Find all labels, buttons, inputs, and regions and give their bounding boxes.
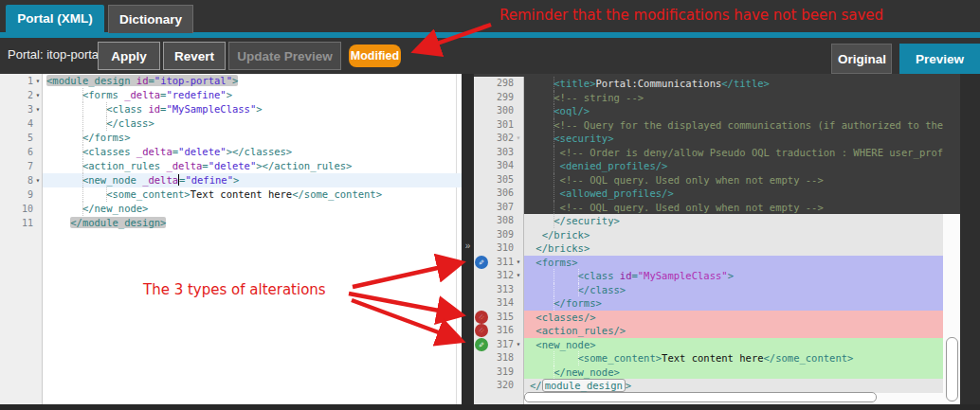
code-text: <classes/> [524,311,943,325]
gutter-cell: 313 [474,283,524,297]
diff-added-icon [475,338,488,351]
code-line: 318<some_content>Text content here</some… [474,351,943,365]
line-number: 6 [7,145,33,159]
gutter-cell: 318 [474,351,524,365]
gutter-cell: 315 [474,311,524,325]
code-text: </new_node> [43,202,462,216]
code-line: 1<module_design id="itop-portal"> [0,74,462,88]
code-line: 3<class id="MySampleClass"> [0,102,462,116]
code-line: 9<some_content>Text content here</some_c… [0,187,462,202]
code-line: 306<allowed_profiles/> [474,187,943,201]
gutter-cell: 320 [474,379,524,393]
code-line: 312<class id="MySampleClass"> [474,269,943,283]
gutter-cell: 305 [474,173,524,187]
code-line: 304<denied_profiles/> [474,159,943,173]
xml-editor-pane[interactable]: 1<module_design id="itop-portal">2<forms… [0,74,462,404]
code-line: 315<classes/> [474,311,943,325]
code-line: 309</brick> [474,228,943,242]
gutter-cell: 311 [474,256,524,270]
dark-zone-edge [943,74,960,214]
code-line: 303<!-- Order is deny/allow Pseudo OQL t… [474,146,943,160]
code-line: 311<forms> [474,256,943,270]
tab-dictionary[interactable]: Dictionary [108,5,193,33]
line-number: 9 [7,187,33,202]
fold-toggle-icon[interactable] [514,269,523,283]
window-bottom-edge [0,404,980,410]
code-text: <action_rules _delta="delete"></action_r… [43,159,462,173]
gutter-cell: 309 [474,228,524,242]
line-number: 10 [7,202,33,216]
code-line: 302<security> [474,132,943,146]
gutter-cell: 300 [474,104,524,118]
collapse-pane-icon[interactable] [462,241,474,251]
gutter-cell: 3 [0,102,43,116]
fold-toggle-icon[interactable] [514,256,523,270]
code-line: 316<action_rules/> [474,324,943,338]
line-number: 302 [491,132,514,146]
matching-tag-highlight: </module_design> [70,217,166,228]
code-line: 310</bricks> [474,241,943,256]
portal-name-label: Portal: itop-portal [8,47,101,62]
code-text: </class> [524,283,943,297]
fold-toggle-icon[interactable] [33,102,43,116]
code-text: <some_content>Text content here</some_co… [524,351,943,365]
pane-divider[interactable] [462,74,474,404]
gutter-cell: 10 [0,202,43,216]
line-number: 11 [7,216,33,230]
code-text: <classes _delta="delete"></classes> [43,145,462,159]
preview-view-button[interactable]: Preview [899,44,980,74]
diff-modified-icon [475,256,488,269]
code-text: <oql/> [524,104,943,118]
gutter-cell: 319 [474,365,524,380]
line-number: 301 [491,118,514,133]
code-line: 8<new_node _delta="define"> [0,173,462,187]
code-text: </forms> [43,131,462,145]
tab-portal-xml[interactable]: Portal (XML) [6,5,104,38]
gutter-cell: 8 [0,173,43,187]
code-text: <title>Portal:Communications</title> [524,77,943,91]
gutter-cell: 6 [0,145,43,159]
line-number: 320 [491,379,514,393]
revert-button[interactable]: Revert [163,42,226,70]
update-preview-button[interactable]: Update Preview [228,42,341,70]
gutter-cell: 5 [0,131,43,145]
gutter-cell: 307 [474,201,524,215]
vertical-scrollbar-thumb[interactable] [946,337,958,401]
line-number: 300 [491,104,514,118]
code-text: <some_content>Text content here</some_co… [43,187,462,202]
code-text: </brick> [524,228,943,242]
line-number: 318 [491,351,514,365]
fold-toggle-icon[interactable] [514,132,523,146]
code-text: <forms> [524,256,943,270]
code-line: 298<title>Portal:Communications</title> [474,77,943,91]
diff-deleted-icon [475,311,488,324]
code-line: 7<action_rules _delta="delete"></action_… [0,159,462,173]
apply-button[interactable]: Apply [98,42,160,70]
gutter-cell: 298 [474,77,524,91]
code-text: </forms> [524,296,943,311]
vertical-scrollbar-track[interactable] [943,74,960,404]
code-line: 320</module_design> [474,379,943,393]
code-text: </class> [43,116,462,131]
fold-toggle-icon[interactable] [33,173,43,187]
line-number: 317 [491,338,514,352]
gutter-cell: 2 [0,88,43,102]
gutter-cell: 11 [0,216,43,230]
gutter-cell: 304 [474,159,524,173]
gutter-cell: 310 [474,241,524,256]
horizontal-scrollbar-thumb[interactable] [524,392,877,402]
line-number: 306 [491,187,514,201]
original-view-button[interactable]: Original [831,44,892,74]
gutter-cell: 9 [0,187,43,202]
line-number: 304 [491,159,514,173]
fold-toggle-icon[interactable] [33,74,43,88]
fold-toggle-icon[interactable] [33,88,43,102]
code-line: 301<!-- Query for the displayed communic… [474,118,943,133]
code-line: 4</class> [0,116,462,131]
line-number: 3 [7,102,33,116]
fold-toggle-icon[interactable] [514,338,523,352]
preview-diff-pane[interactable]: 297<data_controller_action> (schemas\ito… [474,74,960,404]
line-number: 5 [7,131,33,145]
code-text: <action_rules/> [524,324,943,338]
code-text: <!-- string --> [524,91,943,105]
